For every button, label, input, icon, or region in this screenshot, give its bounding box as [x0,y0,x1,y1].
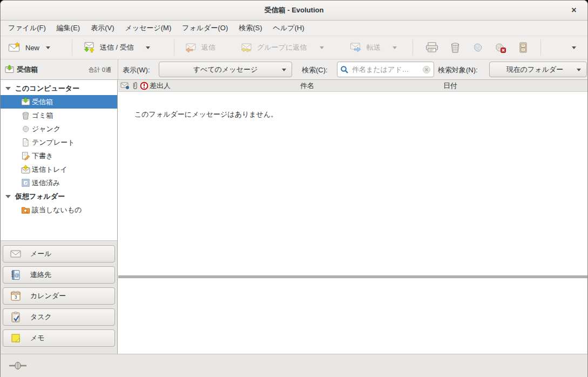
forward-button[interactable]: 転送 [346,39,400,56]
attachment-icon[interactable] [131,82,139,90]
archive-button[interactable] [513,39,533,56]
forward-icon [349,41,362,54]
not-junk-button[interactable] [491,39,510,56]
forward-chevron-icon[interactable] [393,46,397,49]
menu-folder[interactable]: フォルダー(O) [177,21,233,35]
preview-pane[interactable] [118,278,587,354]
contacts-icon: @ [10,269,22,281]
switcher-label: メモ [30,333,45,343]
search-label: 検索(C): [302,65,328,75]
search-input[interactable] [351,65,420,74]
svg-text:@: @ [14,273,19,278]
print-button[interactable] [422,39,442,56]
group-reply-chevron-icon[interactable] [320,46,324,49]
reply-button[interactable]: 返信 [181,39,219,56]
tree-item-label: テンプレート [32,138,75,147]
send-receive-button[interactable]: 送信 / 受信 [79,39,153,56]
menu-edit[interactable]: 編集(E) [51,21,85,35]
search-box[interactable] [337,62,434,77]
close-button[interactable]: × [569,5,579,16]
titlebar[interactable]: 受信箱 - Evolution × [1,1,587,21]
expander-icon[interactable] [5,87,11,90]
tree-item-label: ゴミ箱 [32,111,53,120]
new-message-button[interactable]: New [5,39,53,56]
svg-text:3: 3 [15,294,17,300]
expander-icon[interactable] [5,195,11,198]
switcher-label: カレンダー [30,291,66,301]
menu-help[interactable]: ヘルプ(H) [268,21,310,35]
junk-icon [471,41,484,54]
tasks-icon [10,311,22,323]
message-list-header: 差出人 件名 日付 [118,80,587,92]
tree-item-label: 下書き [32,151,53,161]
folder-tree: このコンピューター 受信箱 ゴミ箱 ジャンク [1,80,117,217]
delete-button[interactable] [445,39,465,56]
switcher-mail-button[interactable]: メール [3,245,115,262]
toolbar-separator [413,39,413,56]
tree-item-label: 受信箱 [32,97,53,107]
tree-group-label: このコンピューター [15,84,79,93]
switcher-tasks-button[interactable]: タスク [3,308,115,326]
new-button-label: New [25,44,39,52]
search-scope-dropdown[interactable]: 現在のフォルダー [489,62,587,77]
tree-item-label: 送信済み [32,178,60,188]
show-filter-dropdown[interactable]: すべてのメッセージ [159,62,292,77]
evolution-window: 受信箱 - Evolution × ファイル(F) 編集(E) 表示(V) メッ… [0,0,588,377]
send-receive-label: 送信 / 受信 [100,43,134,52]
mail-icon [10,248,22,260]
toolbar-separator [174,39,174,56]
column-subject[interactable]: 件名 [300,81,314,91]
menu-file[interactable]: ファイル(F) [3,21,51,35]
menu-view[interactable]: 表示(V) [85,21,119,35]
send-receive-icon [83,41,96,54]
menu-message[interactable]: メッセージ(M) [120,21,177,35]
tree-item-outbox[interactable]: 送信トレイ [1,163,117,176]
message-list[interactable]: このフォルダーにメッセージはありません。 [118,92,587,275]
online-status-icon[interactable] [9,361,26,370]
group-reply-button[interactable]: グループに返信 [236,39,327,56]
show-filter-value: すべてのメッセージ [193,65,258,75]
toolbar-separator [540,39,541,56]
current-folder-cell: 受信箱 合計 0通 [1,59,118,79]
print-icon [425,41,439,54]
view-switcher: メール @ 連絡先 3 カレンダー タスク [1,240,117,354]
search-folder-icon [21,205,30,214]
tree-item-inbox[interactable]: 受信箱 [1,95,117,109]
sent-icon [21,178,30,187]
tree-item-junk[interactable]: ジャンク [1,122,117,136]
tree-group-search-folders[interactable]: 仮想フォルダー [1,190,117,203]
menu-search[interactable]: 検索(S) [233,21,267,35]
column-date[interactable]: 日付 [443,81,457,91]
menubar: ファイル(F) 編集(E) 表示(V) メッセージ(M) フォルダー(O) 検索… [1,21,587,36]
outbox-icon [21,165,30,174]
tree-item-templates[interactable]: テンプレート [1,136,117,149]
clear-search-icon[interactable] [422,65,431,74]
priority-icon[interactable] [140,82,148,90]
column-from[interactable]: 差出人 [150,81,171,91]
new-dropdown-chevron-icon[interactable] [46,46,50,49]
tree-group-this-computer[interactable]: このコンピューター [1,82,117,95]
switcher-contacts-button[interactable]: @ 連絡先 [3,266,115,284]
folder-sidebar: このコンピューター 受信箱 ゴミ箱 ジャンク [1,80,118,354]
group-reply-label: グループに返信 [257,43,307,52]
tree-item-drafts[interactable]: 下書き [1,149,117,163]
toolbar-overflow-button[interactable] [566,39,579,56]
status-bar [1,354,587,377]
read-status-icon[interactable] [120,82,130,90]
filter-bar: 受信箱 合計 0通 表示(W): すべてのメッセージ 検索(C): 検索対象(N… [1,59,587,80]
send-receive-chevron-icon[interactable] [146,46,150,49]
not-junk-icon [494,41,507,54]
tree-item-unmatched[interactable]: 該当しないもの [1,203,117,217]
trash-icon [449,41,462,54]
tree-item-trash[interactable]: ゴミ箱 [1,109,117,122]
switcher-memos-button[interactable]: メモ [3,329,115,347]
toolbar-separator [72,39,72,56]
search-icon [340,65,349,74]
junk-button[interactable] [468,39,488,56]
switcher-calendar-button[interactable]: 3 カレンダー [3,287,115,305]
tree-item-label: 送信トレイ [32,165,67,174]
overflow-chevron-icon [572,46,576,49]
tree-item-sent[interactable]: 送信済み [1,176,117,190]
current-folder-name: 受信箱 [17,65,38,75]
chevron-down-icon [282,69,286,71]
